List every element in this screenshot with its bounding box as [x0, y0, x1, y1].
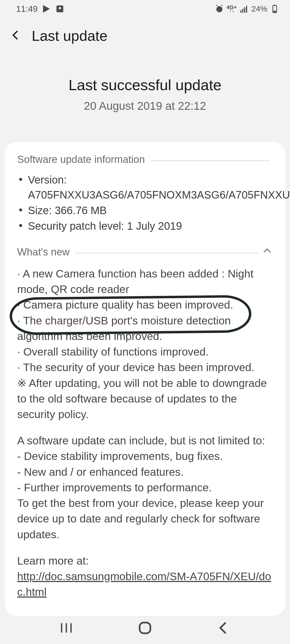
info-item: Size: 366.76 MB [17, 203, 273, 218]
info-list: Version: A705FNXXU3ASG6/A705FNOXM3ASG6/A… [17, 172, 273, 233]
whatsnew-line: · The security of your device has been i… [17, 360, 273, 375]
summary-block: Last successful update 20 August 2019 at… [0, 76, 290, 112]
svg-rect-8 [274, 5, 276, 5]
whatsnew-header[interactable]: What's new [17, 245, 273, 259]
network-type: 4G+ ↑↓ [227, 6, 237, 12]
svg-point-1 [59, 7, 61, 9]
collapse-icon [262, 245, 273, 259]
play-store-icon [42, 4, 51, 13]
extra-heading: A software update can include, but is no… [17, 433, 273, 448]
nav-back-button[interactable] [216, 620, 232, 636]
status-time: 11:49 [16, 4, 38, 14]
status-bar: 11:49 4G+ ↑↓ 24% [0, 0, 290, 18]
info-item: Security patch level: 1 July 2019 [17, 218, 273, 233]
whatsnew-line: · Overall stability of functions improve… [17, 344, 273, 360]
learn-more-link[interactable]: http://doc.samsungmobile.com/SM-A705FN/X… [17, 570, 271, 598]
title-bar: Last update [0, 18, 290, 44]
learn-more-label: Learn more at: [17, 553, 273, 569]
whatsnew-extra-item: - Device stability improvements, bug fix… [17, 448, 273, 464]
whatsnew-heading: What's new [17, 246, 70, 258]
info-section-header: Software update information [17, 154, 273, 165]
whatsnew-line: · Camera picture quality has been improv… [17, 297, 273, 313]
divider-dots [75, 253, 258, 254]
closing-text: To get the best from your device, please… [17, 495, 273, 542]
summary-datetime: 20 August 2019 at 22:12 [0, 100, 290, 112]
recents-button[interactable] [58, 620, 74, 636]
svg-rect-13 [140, 623, 150, 633]
svg-rect-9 [273, 11, 276, 12]
home-button[interactable] [137, 620, 153, 636]
info-item: Version: A705FNXXU3ASG6/A705FNOXM3ASG6/A… [17, 172, 273, 202]
battery-pct: 24% [251, 4, 267, 13]
battery-icon [270, 4, 279, 13]
page-title: Last update [32, 27, 107, 44]
svg-point-2 [216, 6, 222, 12]
whatsnew-body: · A new Camera function has been added :… [17, 266, 273, 600]
svg-rect-3 [240, 10, 241, 13]
svg-rect-6 [246, 6, 247, 13]
info-heading: Software update information [17, 154, 145, 165]
divider-dots [151, 160, 269, 161]
svg-rect-4 [242, 9, 243, 13]
whatsnew-line: · A new Camera function has been added :… [17, 266, 273, 297]
maps-icon [55, 4, 64, 13]
svg-rect-5 [244, 7, 245, 13]
signal-icon [240, 4, 249, 13]
whatsnew-extra-item: - New and / or enhanced features. [17, 464, 273, 480]
alarm-icon [215, 4, 224, 13]
summary-heading: Last successful update [0, 76, 290, 94]
whatsnew-line: · The charger/USB port's moisture detect… [17, 313, 273, 344]
whatsnew-extra-item: - Further improvements to performance. [17, 480, 273, 495]
whatsnew-line: ※ After updating, you will not be able t… [17, 375, 273, 422]
back-button[interactable] [10, 29, 22, 42]
system-navbar [0, 612, 290, 644]
update-card: Software update information Version: A70… [5, 142, 285, 616]
